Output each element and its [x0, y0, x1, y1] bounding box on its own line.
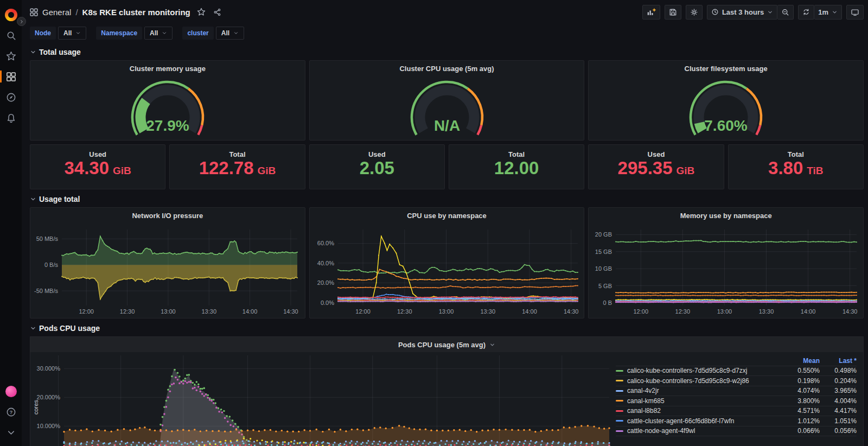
- chevron-down-icon: [30, 196, 36, 202]
- memory_by_namespace-chart[interactable]: 12:0012:3013:0013:3014:0014:300 B5 GB10 …: [591, 222, 861, 316]
- variable-value-dropdown[interactable]: All: [58, 27, 86, 40]
- legend-header: MeanLast *: [616, 356, 857, 366]
- legend-row: calico-kube-controllers-7d5d95c8c9-d7zxj…: [616, 366, 857, 377]
- section-header-total-usage[interactable]: Total usage: [30, 47, 864, 56]
- sidebar-item-compass-icon[interactable]: [0, 87, 22, 107]
- svg-text:0.0%: 0.0%: [321, 300, 334, 306]
- gauge: N/A: [310, 74, 584, 138]
- gauges-row: Cluster memory usage27.9%Cluster CPU usa…: [30, 60, 864, 141]
- legend-mean-value: 4.074%: [783, 387, 820, 394]
- panel-title[interactable]: Cluster CPU usage (5m avg): [310, 61, 584, 73]
- caret-down-icon: [233, 30, 239, 36]
- save-dashboard-button[interactable]: [665, 5, 681, 20]
- sidebar: ?: [0, 0, 22, 446]
- y-axis-label: cores: [33, 400, 39, 415]
- panel-title[interactable]: Cluster memory usage: [30, 61, 305, 73]
- gauge-panel-0: Cluster memory usage27.9%: [30, 60, 305, 141]
- zoom-out-time-button[interactable]: [777, 5, 794, 20]
- variable-label[interactable]: Node: [30, 27, 56, 40]
- sidebar-item-apps-icon[interactable]: [0, 66, 22, 87]
- sidebar-item-avatar-icon[interactable]: [0, 381, 22, 402]
- stat-title[interactable]: Total: [508, 150, 525, 158]
- dashboard-settings-button[interactable]: [686, 5, 703, 20]
- sidebar-item-bell-icon[interactable]: [0, 107, 22, 128]
- apps-icon: [6, 72, 16, 82]
- svg-text:20.0%: 20.0%: [317, 279, 334, 286]
- favorite-star-icon[interactable]: [197, 8, 206, 16]
- svg-text:14:30: 14:30: [283, 308, 298, 315]
- legend-series-name[interactable]: canal-km685: [616, 397, 783, 405]
- share-icon[interactable]: [213, 8, 221, 16]
- section-header-pods-cpu-usage[interactable]: Pods CPU usage: [30, 323, 864, 333]
- svg-text:10.000%: 10.000%: [37, 423, 61, 429]
- zoom-out-icon: [781, 8, 789, 16]
- variable-value-dropdown[interactable]: All: [144, 27, 173, 40]
- time-range-label: Last 3 hours: [722, 8, 764, 16]
- caret-down-icon: [162, 30, 167, 36]
- panel-title[interactable]: Cluster filesystem usage: [589, 61, 863, 73]
- panel-title[interactable]: CPU use by namespace: [310, 208, 584, 220]
- legend-series-name[interactable]: calico-kube-controllers-7d5d95c8c9-w2j86: [616, 377, 783, 385]
- sidebar-item-chevron-down-icon[interactable]: [0, 422, 22, 443]
- stat-title[interactable]: Total: [229, 150, 245, 158]
- dashboard-grid-icon: [30, 8, 38, 16]
- stat-title[interactable]: Total: [788, 150, 804, 158]
- sidebar-expand-button[interactable]: [17, 17, 26, 26]
- legend-col-last[interactable]: Last *: [820, 357, 857, 365]
- clock-icon: [711, 8, 719, 16]
- sidebar-item-help-icon[interactable]: ?: [0, 402, 22, 422]
- pods-cpu-chart[interactable]: 0.000%10.000%20.000%30.000%: [30, 352, 612, 446]
- legend-series-name[interactable]: cattle-cluster-agent-66cf6d8b6f-l7wfn: [616, 417, 783, 425]
- legend-series-name[interactable]: calico-kube-controllers-7d5d95c8c9-d7zxj: [616, 367, 783, 374]
- chevron-down-icon: [6, 428, 16, 438]
- variable-label[interactable]: cluster: [182, 27, 213, 40]
- svg-text:20 GB: 20 GB: [595, 231, 612, 238]
- legend-series-name[interactable]: canal-l8b82: [616, 407, 783, 415]
- legend-mean-value: 1.012%: [783, 417, 820, 425]
- legend-row: canal-4v2jr4.074%3.965%: [616, 386, 857, 397]
- variable-value-dropdown[interactable]: All: [216, 27, 244, 40]
- add-panel-button[interactable]: [642, 5, 660, 20]
- chart-panel-memory_by_namespace: Memory use by namespace12:0012:3013:0013…: [588, 207, 864, 318]
- legend-swatch: [616, 420, 623, 422]
- tv-mode-button[interactable]: [846, 5, 864, 20]
- variable-namespace: NamespaceAll: [96, 27, 173, 40]
- svg-text:13:30: 13:30: [480, 308, 495, 315]
- legend-row: canal-l8b824.571%4.417%: [616, 406, 857, 417]
- variable-label[interactable]: Namespace: [96, 27, 142, 40]
- legend-swatch: [616, 380, 623, 381]
- stat-title[interactable]: Used: [89, 150, 106, 158]
- panel-title[interactable]: Memory use by namespace: [589, 208, 863, 220]
- legend-swatch: [616, 410, 623, 412]
- refresh-button[interactable]: [798, 5, 814, 20]
- legend-swatch: [616, 390, 623, 392]
- svg-text:14:30: 14:30: [564, 308, 579, 315]
- pods-cpu-panel-title[interactable]: Pods CPU usage (5m avg): [30, 337, 863, 352]
- legend-col-mean[interactable]: Mean: [783, 357, 820, 365]
- svg-text:-50 MB/s: -50 MB/s: [34, 288, 59, 294]
- main-area: General / K8s RKE cluster monitoring Las…: [22, 0, 868, 446]
- gear-icon: [690, 8, 698, 16]
- breadcrumb-folder[interactable]: General: [42, 8, 71, 17]
- svg-text:12:00: 12:00: [79, 308, 94, 315]
- section-header-usage-total[interactable]: Usage total: [30, 194, 864, 203]
- cpu_by_namespace-chart[interactable]: 12:0012:3013:0013:3014:0014:300.0%20.0%4…: [312, 222, 582, 316]
- panel-title[interactable]: Network I/O pressure: [30, 208, 305, 220]
- svg-text:12:30: 12:30: [675, 308, 691, 315]
- stat-title[interactable]: Used: [368, 150, 386, 158]
- svg-text:30.000%: 30.000%: [37, 365, 61, 372]
- stats-row: Used34.30GiBTotal122.78GiBUsed2.05Total1…: [30, 144, 864, 189]
- legend-series-name[interactable]: canal-4v2jr: [616, 387, 783, 394]
- network_io-chart[interactable]: 12:0012:3013:0013:3014:0014:3050 MB/s0 B…: [33, 222, 303, 316]
- legend-series-name[interactable]: cattle-node-agent-4f9wl: [616, 427, 783, 435]
- svg-text:13:00: 13:00: [717, 308, 732, 315]
- chart-panel-network_io: Network I/O pressure12:0012:3013:0013:30…: [30, 207, 305, 318]
- time-range-picker[interactable]: Last 3 hours: [707, 5, 777, 20]
- sidebar-item-search-icon[interactable]: [0, 25, 22, 46]
- tv-icon: [851, 8, 859, 16]
- refresh-interval-picker[interactable]: 1m: [814, 5, 842, 20]
- sidebar-item-star-icon[interactable]: [0, 46, 22, 66]
- svg-text:12:30: 12:30: [120, 308, 135, 315]
- refresh-icon: [802, 8, 810, 16]
- stat-title[interactable]: Used: [648, 150, 665, 158]
